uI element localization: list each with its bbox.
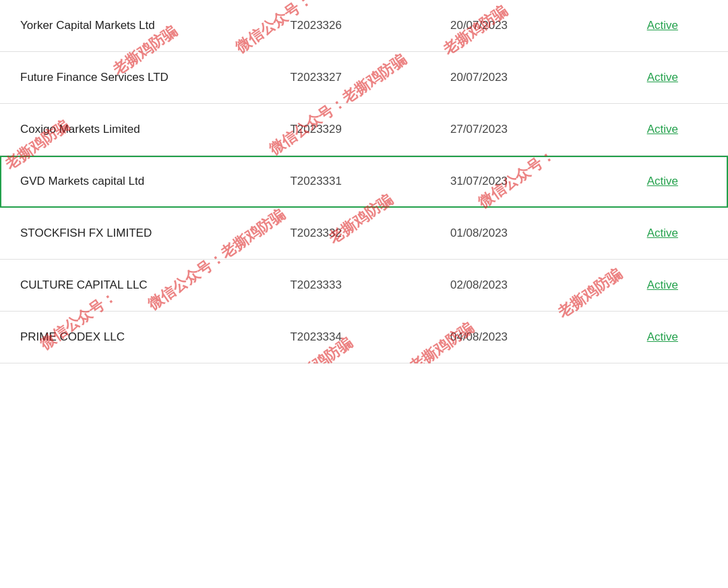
status-cell: Active [597, 312, 728, 363]
registration-number: T2023329 [276, 104, 437, 156]
status-cell: Active [597, 104, 728, 156]
registration-number: T2023332 [276, 208, 437, 260]
table-row: CULTURE CAPITAL LLCT202333302/08/2023Act… [0, 260, 728, 312]
registration-number: T2023331 [276, 156, 437, 208]
registration-number: T2023334 [276, 312, 437, 363]
company-name: PRIME CODEX LLC [0, 312, 276, 363]
company-name: Future Finance Services LTD [0, 52, 276, 104]
status-cell: Active [597, 156, 728, 208]
registration-number: T2023326 [276, 0, 437, 52]
registration-date: 20/07/2023 [437, 0, 597, 52]
status-badge[interactable]: Active [647, 19, 678, 32]
table-row: STOCKFISH FX LIMITEDT202333201/08/2023Ac… [0, 208, 728, 260]
registration-date: 02/08/2023 [437, 260, 597, 312]
company-name: STOCKFISH FX LIMITED [0, 208, 276, 260]
company-name: Yorker Capital Markets Ltd [0, 0, 276, 52]
status-badge[interactable]: Active [647, 123, 678, 136]
status-badge[interactable]: Active [647, 278, 678, 291]
table-row: Coxigo Markets LimitedT202332927/07/2023… [0, 104, 728, 156]
status-cell: Active [597, 0, 728, 52]
status-badge[interactable]: Active [647, 330, 678, 343]
company-name: CULTURE CAPITAL LLC [0, 260, 276, 312]
registration-date: 27/07/2023 [437, 104, 597, 156]
registration-number: T2023327 [276, 52, 437, 104]
registration-date: 31/07/2023 [437, 156, 597, 208]
status-badge[interactable]: Active [647, 227, 678, 239]
table-row: PRIME CODEX LLCT202333404/08/2023Active [0, 312, 728, 363]
registration-date: 20/07/2023 [437, 52, 597, 104]
status-cell: Active [597, 260, 728, 312]
registration-number: T2023333 [276, 260, 437, 312]
status-cell: Active [597, 52, 728, 104]
status-cell: Active [597, 208, 728, 260]
status-badge[interactable]: Active [647, 175, 678, 187]
status-badge[interactable]: Active [647, 71, 678, 84]
registration-date: 04/08/2023 [437, 312, 597, 363]
table-row: Future Finance Services LTDT202332720/07… [0, 52, 728, 104]
registration-date: 01/08/2023 [437, 208, 597, 260]
registry-table: Yorker Capital Markets LtdT202332620/07/… [0, 0, 728, 363]
company-name: Coxigo Markets Limited [0, 104, 276, 156]
table-row: Yorker Capital Markets LtdT202332620/07/… [0, 0, 728, 52]
registry-table-container: Yorker Capital Markets LtdT202332620/07/… [0, 0, 728, 363]
company-name: GVD Markets capital Ltd [0, 156, 276, 208]
table-row: GVD Markets capital LtdT202333131/07/202… [0, 156, 728, 208]
